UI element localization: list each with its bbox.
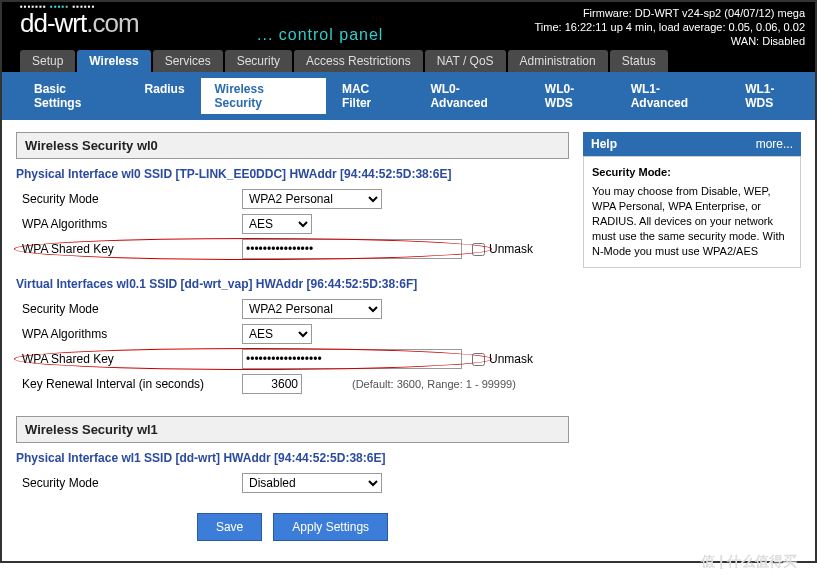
status-block: Firmware: DD-WRT v24-sp2 (04/07/12) mega… <box>535 6 806 48</box>
wl0-virt-unmask-checkbox[interactable] <box>472 353 485 366</box>
label-wpa-alg: WPA Algorithms <box>22 217 242 231</box>
tab-status[interactable]: Status <box>610 50 668 72</box>
wl0-virt-renew-input[interactable] <box>242 374 302 394</box>
subtab-wl0-advanced[interactable]: WL0-Advanced <box>416 78 528 114</box>
sub-tabs: Basic SettingsRadiusWireless SecurityMAC… <box>2 72 815 120</box>
label-security-mode: Security Mode <box>22 302 242 316</box>
header: ▪▪▪▪▪▪▪ ▪▪▪▪▪ ▪▪▪▪▪▪ dd-wrt.com ... cont… <box>2 2 815 50</box>
help-heading: Security Mode: <box>592 165 792 180</box>
save-button[interactable]: Save <box>197 513 262 541</box>
label-security-mode: Security Mode <box>22 192 242 206</box>
subtab-basic-settings[interactable]: Basic Settings <box>20 78 129 114</box>
tab-administration[interactable]: Administration <box>508 50 608 72</box>
section-wl1-title: Wireless Security wl1 <box>16 416 569 443</box>
wl0-phys-alg-select[interactable]: AES <box>242 214 312 234</box>
main-tabs: SetupWirelessServicesSecurityAccess Rest… <box>2 50 815 72</box>
help-panel: Help more... Security Mode: You may choo… <box>583 132 801 541</box>
subtab-wl1-wds[interactable]: WL1-WDS <box>731 78 815 114</box>
wan-line: WAN: Disabled <box>535 34 806 48</box>
wl0-virt-key-input[interactable] <box>242 349 462 369</box>
subtab-wl0-wds[interactable]: WL0-WDS <box>531 78 615 114</box>
wl1-mode-select[interactable]: Disabled <box>242 473 382 493</box>
wl0-phys-key-input[interactable] <box>242 239 462 259</box>
apply-settings-button[interactable]: Apply Settings <box>273 513 388 541</box>
label-key-renewal: Key Renewal Interval (in seconds) <box>22 377 242 391</box>
main-panel: Wireless Security wl0 Physical Interface… <box>16 132 569 541</box>
wl0-virt-alg-select[interactable]: AES <box>242 324 312 344</box>
tab-services[interactable]: Services <box>153 50 223 72</box>
subtab-wireless-security[interactable]: Wireless Security <box>201 78 326 114</box>
logo: dd-wrt.com <box>20 8 139 39</box>
label-wpa-alg: WPA Algorithms <box>22 327 242 341</box>
unmask-label: Unmask <box>489 352 533 366</box>
default-range-text: (Default: 3600, Range: 1 - 99999) <box>352 378 516 390</box>
unmask-label: Unmask <box>489 242 533 256</box>
tab-security[interactable]: Security <box>225 50 292 72</box>
time-line: Time: 16:22:11 up 4 min, load average: 0… <box>535 20 806 34</box>
subtab-mac-filter[interactable]: MAC Filter <box>328 78 414 114</box>
tab-setup[interactable]: Setup <box>20 50 75 72</box>
label-security-mode: Security Mode <box>22 476 242 490</box>
wl0-virt-heading: Virtual Interfaces wl0.1 SSID [dd-wrt_va… <box>16 277 569 291</box>
help-body-text: You may choose from Disable, WEP, WPA Pe… <box>592 185 785 257</box>
tab-nat-qos[interactable]: NAT / QoS <box>425 50 506 72</box>
button-row: Save Apply Settings <box>16 513 569 541</box>
tab-access-restrictions[interactable]: Access Restrictions <box>294 50 423 72</box>
subtab-wl1-advanced[interactable]: WL1-Advanced <box>617 78 729 114</box>
subtitle: ... control panel <box>257 26 383 44</box>
label-wpa-key: WPA Shared Key <box>22 352 242 366</box>
wl0-virt-mode-select[interactable]: WPA2 Personal <box>242 299 382 319</box>
wl0-phys-unmask-checkbox[interactable] <box>472 243 485 256</box>
firmware-line: Firmware: DD-WRT v24-sp2 (04/07/12) mega <box>535 6 806 20</box>
help-more-link[interactable]: more... <box>756 137 793 151</box>
tab-wireless[interactable]: Wireless <box>77 50 150 72</box>
wl0-phys-mode-select[interactable]: WPA2 Personal <box>242 189 382 209</box>
help-title: Help <box>591 137 617 151</box>
wl0-phys-heading: Physical Interface wl0 SSID [TP-LINK_EE0… <box>16 167 569 181</box>
subtab-radius[interactable]: Radius <box>131 78 199 114</box>
wl1-phys-heading: Physical Interface wl1 SSID [dd-wrt] HWA… <box>16 451 569 465</box>
label-wpa-key: WPA Shared Key <box>22 242 242 256</box>
section-wl0-title: Wireless Security wl0 <box>16 132 569 159</box>
